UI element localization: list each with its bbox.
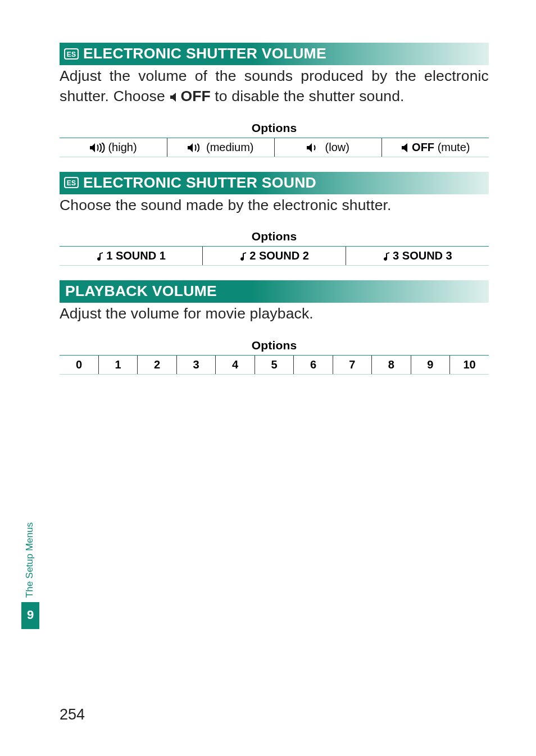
music-note-icon bbox=[96, 251, 106, 262]
es-icon: ES bbox=[64, 47, 79, 61]
opt-vol-6: 6 bbox=[294, 356, 333, 375]
speaker-mute-icon bbox=[401, 143, 412, 153]
opt-sound-2-pre: 2 bbox=[249, 249, 259, 262]
opt-med-label: (medium) bbox=[203, 141, 253, 153]
options-header: Options bbox=[60, 229, 489, 247]
svg-text:ES: ES bbox=[67, 179, 76, 187]
playback-volume-options-table: Options 0 1 2 3 4 5 6 7 8 9 10 bbox=[60, 338, 489, 375]
opt-vol-2: 2 bbox=[138, 356, 176, 375]
opt-vol-9: 9 bbox=[411, 356, 449, 375]
speaker-high-icon bbox=[89, 143, 105, 153]
opt-vol-7: 7 bbox=[333, 356, 371, 375]
opt-high-label: (high) bbox=[105, 141, 137, 153]
opt-sound-3-pre: 3 bbox=[393, 249, 402, 262]
heading-shutter-volume: ES ELECTRONIC SHUTTER VOLUME bbox=[60, 43, 489, 65]
music-note-icon bbox=[239, 251, 249, 262]
heading-shutter-sound-text: ELECTRONIC SHUTTER SOUND bbox=[83, 174, 316, 192]
body-playback-volume: Adjust the volume for movie playback. bbox=[60, 304, 489, 324]
opt-mute: OFF (mute) bbox=[381, 138, 489, 157]
heading-playback-volume-text: PLAYBACK VOLUME bbox=[65, 283, 217, 300]
body-shutter-sound: Choose the sound made by the electronic … bbox=[60, 195, 489, 216]
body-shutter-volume-p2: to disable the shutter sound. bbox=[211, 88, 405, 104]
opt-sound-2-label: SOUND 2 bbox=[259, 249, 309, 262]
shutter-volume-options-table: Options (high) (medium) (low) bbox=[60, 120, 489, 157]
opt-vol-4: 4 bbox=[216, 356, 255, 375]
opt-vol-0: 0 bbox=[60, 356, 98, 375]
side-tab: The Setup Menus 9 bbox=[21, 516, 39, 629]
opt-low: (low) bbox=[274, 138, 381, 157]
heading-playback-volume: PLAYBACK VOLUME bbox=[60, 280, 489, 303]
table-row: (high) (medium) (low) OFF (mute) bbox=[60, 138, 489, 157]
options-header: Options bbox=[60, 338, 489, 356]
opt-low-label: (low) bbox=[322, 141, 349, 153]
page-number: 254 bbox=[60, 706, 85, 723]
speaker-low-icon bbox=[306, 143, 322, 153]
opt-vol-3: 3 bbox=[176, 356, 215, 375]
body-shutter-volume: Adjust the volume of the sounds produced… bbox=[60, 66, 489, 107]
opt-vol-10: 10 bbox=[450, 356, 489, 375]
heading-shutter-volume-text: ELECTRONIC SHUTTER VOLUME bbox=[83, 45, 326, 62]
shutter-sound-options-table: Options 1 SOUND 1 2 SOUND 2 3 SOUND bbox=[60, 229, 489, 266]
table-row: 0 1 2 3 4 5 6 7 8 9 10 bbox=[60, 356, 489, 375]
es-icon: ES bbox=[64, 176, 79, 189]
opt-sound-1-pre: 1 bbox=[106, 249, 116, 262]
speaker-med-icon bbox=[187, 143, 203, 153]
opt-vol-1: 1 bbox=[98, 356, 137, 375]
speaker-mute-icon bbox=[169, 92, 180, 102]
options-header: Options bbox=[60, 120, 489, 138]
opt-medium: (medium) bbox=[167, 138, 274, 157]
side-tab-label: The Setup Menus bbox=[21, 516, 39, 602]
opt-sound-3: 3 SOUND 3 bbox=[346, 247, 489, 266]
opt-sound-1-label: SOUND 1 bbox=[116, 249, 166, 262]
opt-sound-3-label: SOUND 3 bbox=[402, 249, 452, 262]
music-note-icon bbox=[383, 251, 393, 262]
table-row: 1 SOUND 1 2 SOUND 2 3 SOUND 3 bbox=[60, 247, 489, 266]
opt-sound-1: 1 SOUND 1 bbox=[60, 247, 203, 266]
side-tab-number: 9 bbox=[21, 602, 39, 629]
opt-sound-2: 2 SOUND 2 bbox=[203, 247, 346, 266]
body-shutter-volume-off: OFF bbox=[180, 88, 210, 104]
opt-high: (high) bbox=[60, 138, 167, 157]
svg-text:ES: ES bbox=[67, 51, 76, 58]
opt-vol-8: 8 bbox=[372, 356, 411, 375]
opt-mute-label: (mute) bbox=[434, 141, 470, 153]
opt-vol-5: 5 bbox=[255, 356, 293, 375]
heading-shutter-sound: ES ELECTRONIC SHUTTER SOUND bbox=[60, 172, 489, 194]
opt-mute-bold: OFF bbox=[412, 141, 434, 153]
